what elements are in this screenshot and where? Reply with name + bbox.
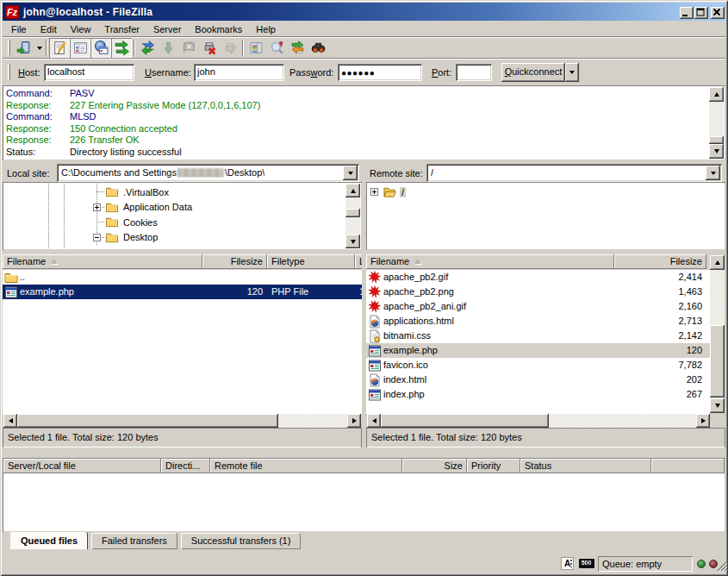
remote-vscrollbar-thumb[interactable] bbox=[710, 325, 725, 398]
tab-successful-transfers-1-[interactable]: Successful transfers (1) bbox=[181, 533, 302, 549]
local-tree-scroll-down-button[interactable] bbox=[345, 235, 360, 248]
column-header-l[interactable]: L bbox=[355, 254, 362, 269]
file-row-bitnami-css[interactable]: bitnami.css2,142 bbox=[366, 329, 710, 343]
remote-site-dropdown-button[interactable] bbox=[706, 166, 720, 180]
tree-item-desktop[interactable]: Desktop bbox=[105, 230, 159, 246]
column-header-filename[interactable]: Filename bbox=[3, 254, 202, 269]
local-scroll-right-button[interactable] bbox=[347, 414, 361, 428]
file-row-applications-html[interactable]: applications.html2,713 bbox=[366, 314, 710, 329]
local-scroll-left-button[interactable] bbox=[3, 414, 17, 428]
file-row--[interactable]: .. bbox=[3, 270, 362, 285]
tab-queued-files[interactable]: Queued files bbox=[10, 532, 88, 549]
toggle-log-button[interactable] bbox=[49, 38, 70, 58]
column-header-remote-file[interactable]: Remote file bbox=[210, 459, 402, 473]
local-tree-scrollbar-thumb[interactable] bbox=[345, 209, 360, 217]
menu-item-transfer[interactable]: Transfer bbox=[97, 22, 146, 36]
column-header-filesize[interactable]: Filesize bbox=[202, 254, 267, 269]
window-title: john@localhost - FileZilla bbox=[23, 6, 152, 18]
local-site-dropdown-button[interactable] bbox=[343, 166, 358, 180]
column-header-status[interactable]: Status bbox=[520, 459, 651, 473]
filter-button[interactable] bbox=[246, 38, 266, 58]
filezilla-app-icon[interactable]: Fz bbox=[5, 5, 19, 19]
column-header-label: Size bbox=[445, 460, 463, 471]
quickconnect-gripper[interactable] bbox=[8, 65, 10, 80]
menu-item-edit[interactable]: Edit bbox=[34, 22, 64, 36]
local-tree-scroll-up-button[interactable] bbox=[345, 184, 360, 197]
directory-comparison-button[interactable] bbox=[266, 38, 287, 58]
data-type-indicator-icon[interactable]: A bbox=[561, 557, 574, 570]
remote-vscrollbar[interactable] bbox=[710, 255, 725, 413]
log-line-label: Command: bbox=[4, 88, 70, 100]
column-header-priority[interactable]: Priority bbox=[467, 459, 520, 473]
file-row-index-php[interactable]: index.php267 bbox=[366, 387, 710, 402]
menu-item-help[interactable]: Help bbox=[249, 22, 283, 36]
file-row-apache-pb2-png[interactable]: apache_pb2.png1,463 bbox=[366, 285, 710, 299]
quickconnect-button[interactable]: Quickconnect bbox=[501, 63, 565, 82]
file-row-apache-pb2-gif[interactable]: apache_pb2.gif2,414 bbox=[366, 270, 710, 285]
remote-hscrollbar[interactable] bbox=[367, 414, 710, 428]
local-hscrollbar-thumb[interactable] bbox=[17, 414, 278, 428]
site-manager-button[interactable] bbox=[13, 38, 34, 58]
tree-collapse-icon[interactable] bbox=[93, 234, 101, 241]
host-input[interactable]: localhost bbox=[44, 64, 134, 81]
tree-expand-icon[interactable] bbox=[93, 203, 101, 211]
file-row-example-php[interactable]: example.php120 bbox=[366, 343, 710, 358]
speed-limit-icon[interactable]: 500 bbox=[579, 559, 594, 568]
username-input[interactable]: john bbox=[194, 64, 284, 81]
log-scroll-down-button[interactable] bbox=[709, 144, 724, 159]
synchronized-browsing-button[interactable] bbox=[287, 38, 308, 58]
toolbar-gripper[interactable] bbox=[8, 41, 10, 55]
file-row-favicon-ico[interactable]: favicon.ico7,782 bbox=[366, 358, 710, 373]
resize-grip[interactable] bbox=[716, 560, 727, 572]
remote-scroll-right-button[interactable] bbox=[696, 414, 710, 428]
column-header-label: Filename bbox=[7, 256, 46, 266]
menu-item-bookmarks[interactable]: Bookmarks bbox=[188, 22, 249, 36]
column-header-spacer[interactable] bbox=[651, 459, 725, 473]
close-button[interactable] bbox=[711, 7, 725, 19]
file-row-index-html[interactable]: index.html202 bbox=[366, 373, 710, 387]
tree-item--virtualbox[interactable]: .VirtualBox bbox=[105, 185, 171, 200]
disconnect-button[interactable] bbox=[199, 38, 220, 58]
file-row-apache-pb2-ani-gif[interactable]: apache_pb2_ani.gif2,160 bbox=[366, 299, 710, 314]
column-header-filetype[interactable]: Filetype bbox=[267, 254, 355, 269]
local-site-combobox[interactable]: C:\Documents and Settings\Desktop\ bbox=[57, 164, 359, 182]
tree-item-application-data[interactable]: Application Data bbox=[105, 200, 194, 216]
column-header-directi-[interactable]: Directi... bbox=[161, 459, 210, 473]
refresh-button[interactable] bbox=[137, 38, 158, 58]
maximize-button[interactable] bbox=[694, 7, 708, 19]
port-input[interactable] bbox=[456, 64, 492, 81]
log-scroll-up-button[interactable] bbox=[709, 87, 724, 102]
column-header-size[interactable]: Size bbox=[402, 459, 467, 473]
tree-item-cookies[interactable]: Cookies bbox=[105, 215, 159, 230]
remote-hscrollbar-thumb[interactable] bbox=[381, 414, 549, 428]
log-scrollbar-thumb[interactable] bbox=[709, 136, 724, 144]
tree-item-root[interactable]: / bbox=[383, 185, 406, 200]
password-input[interactable]: ●●●●●● bbox=[338, 64, 422, 81]
column-header-filename[interactable]: Filename bbox=[366, 254, 614, 269]
remote-scroll-down-button[interactable] bbox=[710, 398, 725, 413]
column-header-server-local-file[interactable]: Server/Local file bbox=[3, 459, 161, 473]
remote-site-combobox[interactable]: / bbox=[426, 164, 722, 182]
menu-item-file[interactable]: File bbox=[4, 22, 34, 36]
reconnect-button[interactable] bbox=[220, 38, 240, 58]
log-scrollbar[interactable] bbox=[709, 87, 724, 159]
quickconnect-dropdown-button[interactable] bbox=[565, 63, 579, 82]
tree-expand-icon[interactable] bbox=[370, 188, 378, 196]
process-queue-button[interactable] bbox=[158, 38, 178, 58]
site-manager-dropdown-button[interactable] bbox=[34, 38, 45, 58]
local-tree-scrollbar[interactable] bbox=[345, 184, 360, 248]
remote-scroll-up-button[interactable] bbox=[710, 255, 725, 270]
remote-scroll-left-button[interactable] bbox=[367, 414, 381, 428]
column-header-filesize[interactable]: Filesize bbox=[614, 254, 706, 269]
toggle-queue-button[interactable] bbox=[111, 38, 132, 58]
tab-failed-transfers[interactable]: Failed transfers bbox=[91, 533, 177, 549]
cancel-button[interactable] bbox=[178, 38, 199, 58]
menu-item-view[interactable]: View bbox=[64, 22, 98, 36]
minimize-button[interactable] bbox=[680, 7, 694, 19]
toggle-local-tree-button[interactable] bbox=[70, 38, 90, 58]
find-files-button[interactable] bbox=[308, 38, 328, 58]
toggle-remote-tree-button[interactable] bbox=[90, 38, 111, 58]
local-hscrollbar[interactable] bbox=[3, 414, 361, 428]
file-row-example-php[interactable]: example.php120PHP File1 bbox=[3, 285, 362, 299]
menu-item-server[interactable]: Server bbox=[146, 22, 188, 36]
